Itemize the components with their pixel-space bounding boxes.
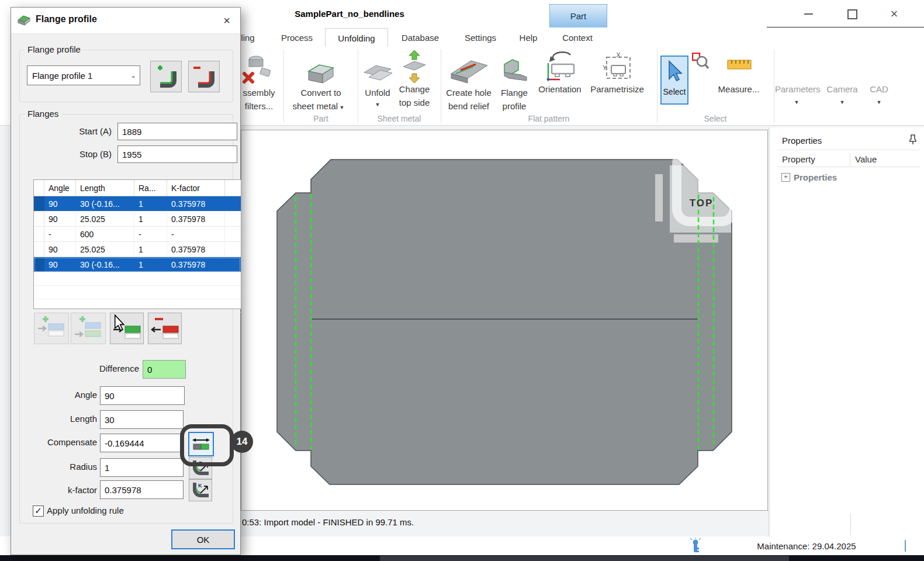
flange-dialog-icon — [17, 13, 31, 27]
row-selector[interactable] — [34, 257, 44, 272]
ok-button[interactable]: OK — [171, 529, 235, 549]
kfactor-bend-icon: K — [191, 482, 210, 499]
divider — [777, 150, 920, 150]
length-input[interactable] — [100, 410, 184, 429]
radius-input[interactable] — [100, 458, 184, 477]
measure-label: Measure... — [714, 83, 763, 96]
tab-process[interactable]: Process — [275, 29, 319, 47]
cad-label: CAD — [865, 83, 893, 96]
empty-table-row — [34, 286, 241, 299]
panel-divider — [769, 127, 769, 536]
change-top-side-button[interactable]: Change top side — [396, 48, 432, 122]
properties-tree-node[interactable]: Properties — [794, 172, 837, 182]
maximize-icon — [847, 9, 857, 19]
tab-help[interactable]: Help — [514, 29, 542, 47]
flange-profile-label2: profile — [498, 100, 531, 113]
column-header-value[interactable]: Value — [855, 154, 877, 164]
column-header-radius[interactable]: Ra... — [134, 180, 167, 196]
viewport-canvas[interactable]: TOP — [241, 130, 768, 511]
assembly-filters-button[interactable]: ssembly filters... — [238, 51, 279, 122]
column-header-property[interactable]: Property — [782, 154, 815, 164]
row-selector[interactable] — [34, 196, 44, 211]
orientation-button[interactable]: Orientation — [537, 48, 583, 122]
compensate-input[interactable] — [100, 434, 182, 452]
column-header-length[interactable]: Length — [76, 180, 134, 196]
unfold-button[interactable]: Unfold ▼ — [359, 51, 396, 122]
stop-input[interactable] — [117, 146, 237, 163]
insert-row-before-icon — [37, 316, 66, 341]
insert-row-after-button[interactable] — [71, 313, 106, 344]
row-selector[interactable] — [34, 242, 44, 257]
length-label: Length — [37, 414, 97, 424]
flange-profile-dialog: Flange profile × Flange profile Flange p… — [11, 7, 241, 555]
parametrisize-button[interactable]: X Y Parametrisize — [589, 48, 645, 122]
row-selector[interactable] — [34, 212, 44, 226]
convert-label2: sheet metal ▼ — [287, 100, 350, 114]
table-row[interactable]: 90 30 (-0.16... 1 0.375978 — [34, 196, 241, 212]
orientation-widget-bar-vertical — [655, 174, 663, 221]
remove-flange-icon — [191, 64, 217, 89]
kfactor-input[interactable] — [100, 480, 184, 499]
orientation-label: Orientation — [537, 83, 583, 96]
flange-profile-select[interactable]: Flange profile 1 ⌄ — [27, 65, 140, 85]
add-flange-profile-button[interactable] — [150, 61, 182, 92]
create-hole-bend-relief-button[interactable]: Create hole bend relief — [443, 51, 494, 122]
create-hole-label: Create hole — [443, 86, 494, 99]
expand-icon[interactable]: + — [781, 173, 790, 182]
start-input[interactable] — [117, 123, 237, 140]
cad-button[interactable]: CAD ▼ — [865, 48, 893, 122]
chevron-down-icon[interactable]: ▼ — [359, 102, 396, 108]
dialog-titlebar[interactable]: Flange profile × — [11, 8, 240, 34]
tab-context[interactable]: Context — [556, 29, 598, 47]
taskbar-strip — [0, 555, 924, 561]
apply-unfolding-rule-checkbox[interactable]: ✓ — [33, 505, 44, 517]
select-button[interactable]: Select — [660, 56, 688, 105]
pin-icon[interactable] — [908, 134, 918, 145]
application-window: SamplePart_no_bendlines Part × CG1530_LS… — [0, 0, 924, 561]
angle-input[interactable] — [100, 386, 185, 405]
remove-flange-profile-button[interactable] — [188, 61, 220, 92]
create-hole-bend-relief-icon — [450, 55, 489, 85]
flange-table[interactable]: Angle Length Ra... K-factor 90 30 (-0.16… — [33, 179, 241, 309]
table-row[interactable]: 90 30 (-0.16... 1 0.375978 — [34, 257, 241, 272]
table-row[interactable]: 90 25.025 1 0.375978 — [34, 212, 241, 227]
ribbon-separator — [774, 49, 774, 123]
start-label: Start (A) — [43, 126, 112, 136]
part-outline[interactable] — [277, 160, 732, 484]
minimize-button[interactable] — [798, 6, 818, 22]
insert-row-after-icon — [74, 316, 103, 341]
convert-label: Convert to — [289, 86, 352, 99]
flat-pattern-drawing: TOP — [241, 130, 767, 510]
column-header-angle[interactable]: Angle — [44, 180, 76, 196]
flange-profile-selected-value: Flange profile 1 — [27, 71, 127, 81]
remove-row-button[interactable] — [148, 313, 182, 344]
add-flange-icon — [153, 64, 179, 89]
angle-label: Angle — [37, 390, 97, 400]
parametrisize-icon: X Y — [602, 51, 634, 84]
insert-row-before-button[interactable] — [34, 313, 69, 344]
close-button[interactable]: × — [884, 6, 904, 22]
column-divider — [850, 153, 850, 166]
flange-profile-ribbon-button[interactable]: Flange profile — [498, 51, 531, 122]
tab-unfolding[interactable]: Unfolding — [325, 28, 388, 47]
assembly-filters-icon — [241, 54, 272, 86]
tab-database[interactable]: Database — [395, 29, 445, 47]
camera-button[interactable]: Camera ▼ — [823, 48, 861, 122]
zoom-selection-icon[interactable] — [692, 53, 710, 70]
compensate-label: Compensate — [25, 437, 97, 447]
maximize-button[interactable] — [842, 6, 862, 22]
parameters-button[interactable]: Parameters ▼ — [775, 48, 818, 122]
assembly-filters-label2: filters... — [238, 100, 279, 113]
kfactor-from-bend-button[interactable]: K — [189, 479, 212, 501]
dialog-close-icon[interactable]: × — [218, 12, 236, 29]
row-selector[interactable] — [34, 227, 44, 241]
table-row[interactable]: 90 25.025 1 0.375978 — [34, 242, 241, 257]
flanges-group: Flanges Start (A) Stop (B) Angle Length … — [19, 114, 233, 524]
measure-button[interactable]: Measure... — [714, 48, 763, 122]
orientation-icon — [545, 49, 579, 85]
table-row[interactable]: - 600 - - — [34, 227, 241, 242]
tab-settings[interactable]: Settings — [457, 29, 504, 47]
document-tab-part[interactable]: Part — [549, 4, 607, 28]
convert-to-sheet-metal-button[interactable]: Convert to sheet metal ▼ — [289, 51, 352, 122]
column-header-kfactor[interactable]: K-factor — [167, 180, 225, 196]
